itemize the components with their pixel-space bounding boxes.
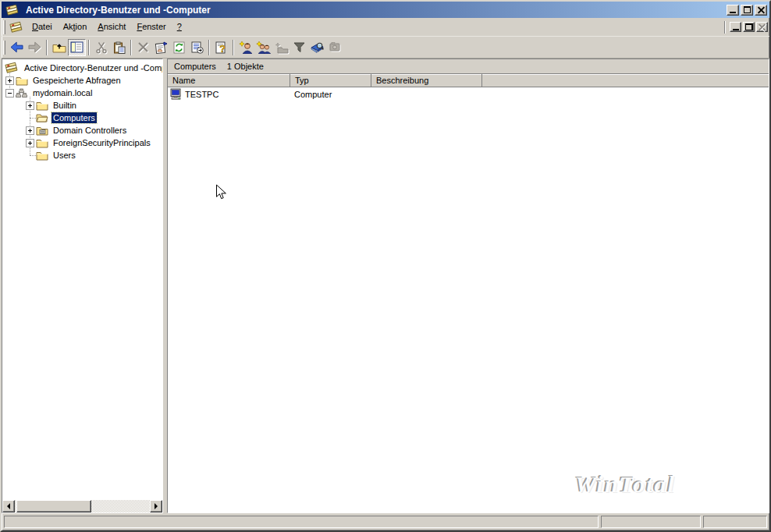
expand-icon[interactable] (26, 126, 34, 135)
show-hide-console-tree-button[interactable] (68, 39, 86, 56)
help-icon: ? (215, 41, 228, 54)
child-restore-button[interactable] (743, 22, 755, 32)
help-button[interactable]: ? (212, 39, 230, 56)
forward-button-disabled (26, 39, 44, 56)
close-icon (758, 6, 765, 13)
menu-ansicht[interactable]: Ansicht (92, 20, 131, 34)
child-close-button-disabled (756, 22, 768, 32)
tree-item-label: mydomain.local (31, 87, 94, 98)
list-item-testpc[interactable]: TESTPC Computer (168, 87, 769, 101)
paste-icon (113, 41, 126, 54)
forward-icon (28, 41, 41, 54)
up-one-level-button[interactable] (50, 39, 68, 56)
main-area: Active Directory-Benutzer und -Compu Ges… (2, 59, 769, 513)
organizational-unit-icon (36, 125, 48, 136)
new-group-button[interactable] (254, 39, 272, 56)
tree-item-users[interactable]: Users (30, 149, 162, 161)
console-tree: Active Directory-Benutzer und -Compu Ges… (2, 59, 162, 500)
minimize-button[interactable] (727, 5, 739, 16)
toolbar-separator (130, 40, 132, 55)
column-header-name[interactable]: Name (168, 74, 290, 87)
maximize-button[interactable] (741, 5, 753, 16)
delete-icon (137, 41, 149, 53)
up-folder-icon (52, 41, 66, 54)
tree-item-computers[interactable]: Computers (30, 112, 162, 124)
expand-icon[interactable] (26, 139, 34, 147)
tree-item-domain-controllers[interactable]: Domain Controllers (26, 124, 162, 137)
cut-button-disabled (92, 39, 110, 56)
paste-button[interactable] (110, 39, 128, 56)
open-folder-icon (36, 112, 48, 123)
tree-item-foreignsecurityprincipals[interactable]: ForeignSecurityPrincipals (26, 137, 162, 149)
tree-item-label: Gespeicherte Abfragen (31, 75, 123, 86)
properties-icon (155, 41, 168, 54)
column-header-beschreibung[interactable]: Beschreibung (371, 74, 482, 87)
new-user-button[interactable] (236, 39, 254, 56)
title-bar[interactable]: Active Directory-Benutzer und -Computer (2, 2, 769, 18)
scroll-right-button[interactable] (150, 500, 162, 512)
app-icon (5, 4, 20, 16)
toolbar-separator (46, 40, 48, 55)
menu-hilfe[interactable]: ? (172, 20, 187, 34)
tree-item-builtin[interactable]: Builtin (26, 99, 162, 112)
refresh-button[interactable] (170, 39, 188, 56)
taskpad-icon (329, 41, 342, 53)
menubar-grip[interactable] (3, 20, 5, 34)
console-tree-icon (70, 41, 83, 53)
result-pane-banner: Computers 1 Objekte (168, 59, 769, 74)
folder-icon (36, 150, 48, 161)
folder-icon (36, 100, 48, 111)
tree-item-label: ForeignSecurityPrincipals (52, 137, 152, 148)
status-panel-right (703, 516, 767, 528)
tree-item-mydomain-local[interactable]: mydomain.local (5, 87, 162, 99)
export-list-button[interactable] (188, 39, 206, 56)
wintotal-watermark: WinTotal (575, 471, 676, 498)
tree-item-label: Builtin (52, 100, 78, 111)
export-list-icon (190, 41, 204, 54)
tree-item-root[interactable]: Active Directory-Benutzer und -Compu (5, 62, 162, 74)
new-user-icon (239, 41, 253, 54)
child-minimize-button[interactable] (730, 22, 741, 32)
properties-button[interactable] (152, 39, 170, 56)
tree-item-label: Active Directory-Benutzer und -Compu (23, 62, 162, 73)
delete-button-disabled (134, 39, 152, 56)
tree-item-label: Users (52, 150, 77, 161)
expand-icon[interactable] (26, 101, 34, 110)
column-header-typ[interactable]: Typ (290, 74, 371, 87)
item-name: TESTPC (185, 90, 219, 99)
column-header-filler (482, 74, 769, 87)
menu-datei[interactable]: Datei (27, 20, 58, 34)
back-button[interactable] (8, 39, 26, 56)
toolbar: ? (2, 37, 769, 59)
toolbar-grip[interactable] (3, 41, 5, 55)
minimize-icon (730, 12, 736, 13)
list-column-headers: Name Typ Beschreibung (168, 74, 769, 87)
tree-connector (30, 155, 36, 156)
menu-fenster[interactable]: Fenster (131, 20, 171, 34)
menu-bar: Datei Aktion Ansicht Fenster ? (2, 18, 769, 37)
child-close-icon (759, 23, 766, 30)
result-pane: Computers 1 Objekte Name Typ Beschreibun… (167, 59, 769, 513)
banner-object-count: 1 Objekte (227, 62, 264, 71)
find-icon (310, 41, 325, 54)
menu-aktion[interactable]: Aktion (58, 20, 93, 34)
scrollbar-track[interactable] (15, 500, 150, 512)
toolbar-separator (88, 40, 90, 55)
tree-item-label: Domain Controllers (52, 125, 128, 136)
expand-icon[interactable] (5, 76, 14, 85)
tree-horizontal-scrollbar[interactable] (2, 500, 162, 512)
console-tree-pane: Active Directory-Benutzer und -Compu Ges… (2, 59, 163, 513)
svg-text:?: ? (220, 44, 226, 54)
tree-item-gespeicherte-abfragen[interactable]: Gespeicherte Abfragen (5, 74, 162, 87)
scroll-right-icon (155, 503, 161, 509)
folder-icon (16, 75, 28, 86)
close-button[interactable] (755, 5, 767, 16)
child-restore-icon (745, 23, 753, 30)
back-icon (10, 41, 23, 54)
find-button[interactable] (308, 39, 326, 56)
scrollbar-thumb[interactable] (16, 500, 91, 512)
list-body: TESTPC Computer WinTotal (168, 87, 769, 512)
scroll-left-button[interactable] (2, 500, 15, 512)
filter-button[interactable] (290, 39, 308, 56)
collapse-icon[interactable] (5, 89, 14, 98)
